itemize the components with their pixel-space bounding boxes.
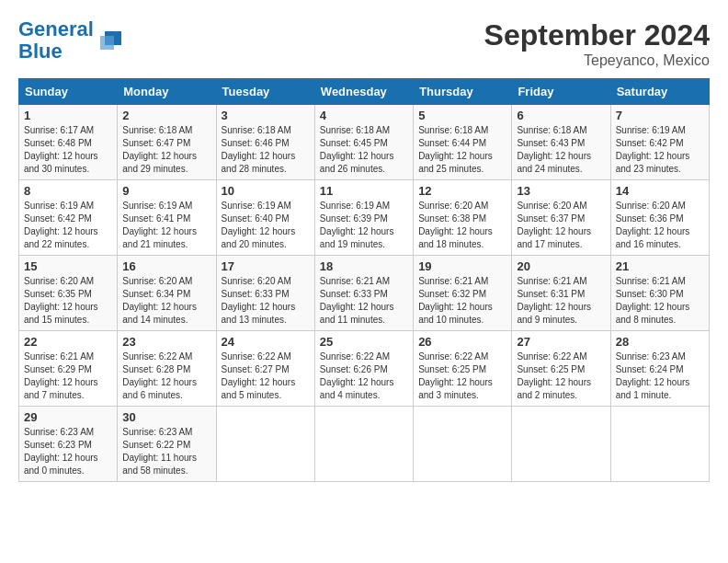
day-info: Sunrise: 6:23 AM Sunset: 6:23 PM Dayligh… — [24, 426, 112, 477]
empty-cell — [512, 407, 610, 482]
month-title: September 2024 — [484, 18, 710, 52]
day-number: 8 — [24, 184, 112, 198]
day-cell-3: 3Sunrise: 6:18 AM Sunset: 6:46 PM Daylig… — [216, 105, 314, 180]
location-title: Tepeyanco, Mexico — [484, 52, 710, 69]
empty-cell — [216, 407, 314, 482]
weekday-header-wednesday: Wednesday — [314, 79, 413, 105]
day-number: 23 — [122, 335, 210, 349]
empty-cell — [414, 407, 512, 482]
day-info: Sunrise: 6:19 AM Sunset: 6:42 PM Dayligh… — [24, 200, 112, 251]
day-cell-16: 16Sunrise: 6:20 AM Sunset: 6:34 PM Dayli… — [118, 256, 216, 331]
day-cell-14: 14Sunrise: 6:20 AM Sunset: 6:36 PM Dayli… — [610, 180, 709, 256]
day-number: 29 — [24, 410, 112, 424]
week-row-2: 8Sunrise: 6:19 AM Sunset: 6:42 PM Daylig… — [19, 180, 710, 256]
day-info: Sunrise: 6:23 AM Sunset: 6:22 PM Dayligh… — [122, 426, 210, 477]
day-cell-15: 15Sunrise: 6:20 AM Sunset: 6:35 PM Dayli… — [19, 256, 118, 331]
day-number: 17 — [222, 259, 310, 273]
day-number: 21 — [616, 259, 704, 273]
day-number: 13 — [517, 184, 605, 198]
day-cell-1: 1Sunrise: 6:17 AM Sunset: 6:48 PM Daylig… — [19, 105, 118, 180]
day-info: Sunrise: 6:20 AM Sunset: 6:38 PM Dayligh… — [418, 200, 506, 251]
day-number: 18 — [320, 259, 408, 273]
day-info: Sunrise: 6:22 AM Sunset: 6:25 PM Dayligh… — [517, 350, 605, 402]
week-row-5: 29Sunrise: 6:23 AM Sunset: 6:23 PM Dayli… — [19, 407, 710, 482]
day-info: Sunrise: 6:19 AM Sunset: 6:40 PM Dayligh… — [222, 200, 310, 251]
weekday-header-row: SundayMondayTuesdayWednesdayThursdayFrid… — [19, 79, 710, 105]
day-number: 26 — [418, 335, 506, 349]
day-number: 15 — [24, 259, 112, 273]
day-cell-17: 17Sunrise: 6:20 AM Sunset: 6:33 PM Dayli… — [216, 256, 314, 331]
logo: General Blue — [18, 18, 123, 63]
day-info: Sunrise: 6:20 AM Sunset: 6:37 PM Dayligh… — [517, 200, 605, 251]
day-number: 10 — [222, 184, 310, 198]
day-cell-21: 21Sunrise: 6:21 AM Sunset: 6:30 PM Dayli… — [610, 256, 709, 331]
day-info: Sunrise: 6:21 AM Sunset: 6:30 PM Dayligh… — [616, 275, 704, 327]
day-cell-8: 8Sunrise: 6:19 AM Sunset: 6:42 PM Daylig… — [19, 180, 118, 256]
title-area: September 2024 Tepeyanco, Mexico — [484, 18, 710, 69]
day-cell-7: 7Sunrise: 6:19 AM Sunset: 6:42 PM Daylig… — [610, 105, 709, 180]
day-info: Sunrise: 6:21 AM Sunset: 6:29 PM Dayligh… — [24, 350, 112, 402]
empty-cell — [314, 407, 413, 482]
logo-line1: General — [18, 17, 94, 40]
day-info: Sunrise: 6:23 AM Sunset: 6:24 PM Dayligh… — [616, 350, 704, 402]
day-number: 12 — [418, 184, 506, 198]
week-row-3: 15Sunrise: 6:20 AM Sunset: 6:35 PM Dayli… — [19, 256, 710, 331]
week-row-4: 22Sunrise: 6:21 AM Sunset: 6:29 PM Dayli… — [19, 331, 710, 407]
week-row-1: 1Sunrise: 6:17 AM Sunset: 6:48 PM Daylig… — [19, 105, 710, 180]
day-number: 27 — [517, 335, 605, 349]
empty-cell — [610, 407, 709, 482]
day-number: 2 — [122, 109, 210, 122]
day-number: 11 — [320, 184, 408, 198]
day-cell-12: 12Sunrise: 6:20 AM Sunset: 6:38 PM Dayli… — [414, 180, 512, 256]
calendar-table: SundayMondayTuesdayWednesdayThursdayFrid… — [18, 78, 710, 482]
day-info: Sunrise: 6:21 AM Sunset: 6:32 PM Dayligh… — [418, 275, 506, 327]
day-number: 4 — [320, 109, 408, 122]
day-number: 1 — [24, 109, 112, 122]
day-info: Sunrise: 6:18 AM Sunset: 6:46 PM Dayligh… — [222, 124, 310, 176]
day-cell-19: 19Sunrise: 6:21 AM Sunset: 6:32 PM Dayli… — [414, 256, 512, 331]
day-info: Sunrise: 6:21 AM Sunset: 6:33 PM Dayligh… — [320, 275, 408, 327]
day-cell-9: 9Sunrise: 6:19 AM Sunset: 6:41 PM Daylig… — [118, 180, 216, 256]
day-cell-6: 6Sunrise: 6:18 AM Sunset: 6:43 PM Daylig… — [512, 105, 610, 180]
logo-icon — [96, 27, 123, 54]
weekday-header-monday: Monday — [118, 79, 216, 105]
day-cell-10: 10Sunrise: 6:19 AM Sunset: 6:40 PM Dayli… — [216, 180, 314, 256]
day-number: 5 — [418, 109, 506, 122]
day-info: Sunrise: 6:18 AM Sunset: 6:43 PM Dayligh… — [517, 124, 605, 176]
weekday-header-friday: Friday — [512, 79, 610, 105]
day-cell-27: 27Sunrise: 6:22 AM Sunset: 6:25 PM Dayli… — [512, 331, 610, 407]
day-number: 28 — [616, 335, 704, 349]
weekday-header-sunday: Sunday — [19, 79, 118, 105]
day-number: 30 — [122, 410, 210, 424]
day-info: Sunrise: 6:22 AM Sunset: 6:26 PM Dayligh… — [320, 350, 408, 402]
day-cell-2: 2Sunrise: 6:18 AM Sunset: 6:47 PM Daylig… — [118, 105, 216, 180]
day-cell-4: 4Sunrise: 6:18 AM Sunset: 6:45 PM Daylig… — [314, 105, 413, 180]
day-number: 19 — [418, 259, 506, 273]
day-info: Sunrise: 6:22 AM Sunset: 6:28 PM Dayligh… — [122, 350, 210, 402]
day-info: Sunrise: 6:17 AM Sunset: 6:48 PM Dayligh… — [24, 124, 112, 176]
day-number: 6 — [517, 109, 605, 122]
day-cell-24: 24Sunrise: 6:22 AM Sunset: 6:27 PM Dayli… — [216, 331, 314, 407]
day-cell-30: 30Sunrise: 6:23 AM Sunset: 6:22 PM Dayli… — [118, 407, 216, 482]
day-info: Sunrise: 6:20 AM Sunset: 6:34 PM Dayligh… — [122, 275, 210, 327]
day-info: Sunrise: 6:19 AM Sunset: 6:41 PM Dayligh… — [122, 200, 210, 251]
logo-line2: Blue — [18, 40, 63, 63]
day-info: Sunrise: 6:19 AM Sunset: 6:39 PM Dayligh… — [320, 200, 408, 251]
day-number: 14 — [616, 184, 704, 198]
header: General Blue September 2024 Tepeyanco, M… — [18, 18, 710, 69]
day-cell-25: 25Sunrise: 6:22 AM Sunset: 6:26 PM Dayli… — [314, 331, 413, 407]
day-info: Sunrise: 6:18 AM Sunset: 6:47 PM Dayligh… — [122, 124, 210, 176]
day-number: 3 — [222, 109, 310, 122]
day-info: Sunrise: 6:22 AM Sunset: 6:27 PM Dayligh… — [222, 350, 310, 402]
day-cell-29: 29Sunrise: 6:23 AM Sunset: 6:23 PM Dayli… — [19, 407, 118, 482]
day-info: Sunrise: 6:22 AM Sunset: 6:25 PM Dayligh… — [418, 350, 506, 402]
day-number: 22 — [24, 335, 112, 349]
day-cell-18: 18Sunrise: 6:21 AM Sunset: 6:33 PM Dayli… — [314, 256, 413, 331]
day-info: Sunrise: 6:20 AM Sunset: 6:36 PM Dayligh… — [616, 200, 704, 251]
day-number: 16 — [122, 259, 210, 273]
day-cell-23: 23Sunrise: 6:22 AM Sunset: 6:28 PM Dayli… — [118, 331, 216, 407]
day-cell-26: 26Sunrise: 6:22 AM Sunset: 6:25 PM Dayli… — [414, 331, 512, 407]
day-cell-11: 11Sunrise: 6:19 AM Sunset: 6:39 PM Dayli… — [314, 180, 413, 256]
svg-marker-1 — [100, 36, 114, 50]
weekday-header-tuesday: Tuesday — [216, 79, 314, 105]
